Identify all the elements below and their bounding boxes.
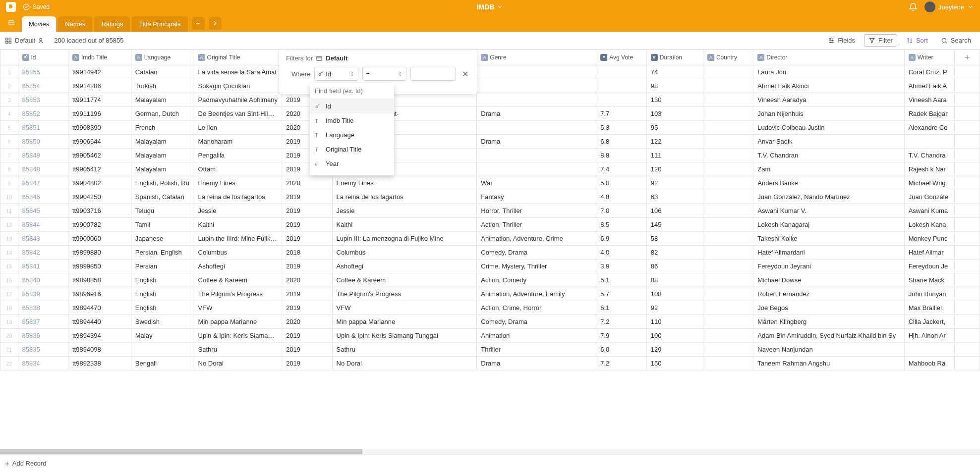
cell[interactable]: The Pilgrim's Progress bbox=[332, 287, 477, 301]
cell[interactable]: Coffee & Kareem bbox=[194, 273, 282, 287]
cell[interactable]: Telugu bbox=[131, 204, 194, 218]
cell[interactable]: 85851 bbox=[18, 121, 68, 135]
table-row[interactable]: 1985837tt9894440SwedishMin pappa Mariann… bbox=[0, 315, 980, 329]
cell[interactable]: 92 bbox=[646, 301, 703, 315]
cell[interactable]: 7.2 bbox=[596, 357, 646, 370]
table-row[interactable]: 2185835tt9894098Sathru2019SathruThriller… bbox=[0, 343, 980, 357]
cell[interactable]: tt9904250 bbox=[68, 190, 131, 204]
column-header[interactable]: Id bbox=[18, 50, 68, 65]
column-header[interactable]: AGenre bbox=[477, 50, 596, 65]
cell[interactable] bbox=[703, 287, 753, 301]
cell[interactable]: Comedy, Drama bbox=[477, 315, 596, 329]
cell[interactable]: The Pilgrim's Progress bbox=[194, 287, 282, 301]
table-tab[interactable]: Movies bbox=[22, 16, 56, 32]
cell[interactable]: Malayalam bbox=[131, 93, 194, 107]
cell[interactable]: 85849 bbox=[18, 149, 68, 162]
cell[interactable]: Malayalam bbox=[131, 135, 194, 149]
cell[interactable]: Persian bbox=[131, 260, 194, 273]
cell[interactable]: 85854 bbox=[18, 79, 68, 93]
field-option[interactable]: TImdb Title bbox=[310, 113, 394, 128]
cell[interactable]: 5.7 bbox=[596, 287, 646, 301]
table-row[interactable]: 485852tt9911196German, DutchDe Beentjes … bbox=[0, 107, 980, 121]
cell[interactable]: Fereydoun Jeyrani bbox=[753, 260, 904, 273]
bell-icon[interactable] bbox=[909, 2, 918, 11]
data-grid[interactable]: IdAImdb TitleALanguageAOriginal Title#Ye… bbox=[0, 50, 980, 454]
workspace-title[interactable]: IMDB bbox=[477, 3, 504, 11]
cell[interactable]: Le lion bbox=[194, 121, 282, 135]
cell[interactable]: Joe Begos bbox=[753, 301, 904, 315]
cell[interactable] bbox=[703, 246, 753, 260]
cell[interactable]: Anvar Sadik bbox=[753, 135, 904, 149]
cell[interactable]: Action, Comedy bbox=[477, 273, 596, 287]
cell[interactable]: Lokesh Kana bbox=[904, 218, 954, 232]
column-header[interactable]: AOriginal Title bbox=[194, 50, 282, 65]
cell[interactable]: English bbox=[131, 273, 194, 287]
cell[interactable]: 2020 bbox=[282, 273, 332, 287]
cell[interactable]: tt9914286 bbox=[68, 79, 131, 93]
cell[interactable]: VFW bbox=[194, 301, 282, 315]
cell[interactable]: Rajesh k Nar bbox=[904, 162, 954, 176]
cell[interactable]: 82 bbox=[646, 246, 703, 260]
column-header[interactable]: ACountry bbox=[703, 50, 753, 65]
cell[interactable] bbox=[703, 218, 753, 232]
cell[interactable]: 85843 bbox=[18, 232, 68, 246]
cell[interactable]: Ludovic Colbeau-Justin bbox=[753, 121, 904, 135]
cell[interactable]: De Beentjes van Sint-Hildeg bbox=[194, 107, 282, 121]
column-header[interactable]: ADirector bbox=[753, 50, 904, 65]
user-menu[interactable]: Joeylene bbox=[924, 1, 974, 12]
cell[interactable] bbox=[703, 232, 753, 246]
cell[interactable]: Lupin the IIIrd: Mine Fujiko n bbox=[194, 232, 282, 246]
cell[interactable]: Monkey Punc bbox=[904, 232, 954, 246]
cell[interactable]: French bbox=[131, 121, 194, 135]
app-logo[interactable] bbox=[6, 2, 16, 12]
cell[interactable]: Min pappa Marianne bbox=[194, 315, 282, 329]
cell[interactable]: La vida sense la Sara Amat bbox=[194, 65, 282, 79]
cell[interactable]: Hjh. Ainon Ar bbox=[904, 329, 954, 343]
cell[interactable]: 2019 bbox=[282, 260, 332, 273]
cell[interactable]: 7.9 bbox=[596, 329, 646, 343]
cell[interactable]: 7.0 bbox=[596, 204, 646, 218]
cell[interactable] bbox=[477, 149, 596, 162]
cell[interactable]: Ashoftegi bbox=[332, 260, 477, 273]
cell[interactable]: 85855 bbox=[18, 65, 68, 79]
cell[interactable]: Ottam bbox=[194, 162, 282, 176]
cell[interactable]: 58 bbox=[646, 232, 703, 246]
cell[interactable]: Malay bbox=[131, 329, 194, 343]
cell[interactable]: Horror, Thriller bbox=[477, 204, 596, 218]
cell[interactable]: Sathru bbox=[194, 343, 282, 357]
cell[interactable]: English bbox=[131, 287, 194, 301]
cell[interactable] bbox=[703, 176, 753, 190]
table-row[interactable]: 1085846tt9904250Spanish, CatalanLa reina… bbox=[0, 190, 980, 204]
cell[interactable]: 63 bbox=[646, 190, 703, 204]
cell[interactable]: tt9899850 bbox=[68, 260, 131, 273]
cell[interactable] bbox=[703, 121, 753, 135]
cell[interactable]: Radek Bajgar bbox=[904, 107, 954, 121]
cell[interactable]: Laura Jou bbox=[753, 65, 904, 79]
cell[interactable]: Taneem Rahman Angshu bbox=[753, 357, 904, 370]
cell[interactable] bbox=[703, 149, 753, 162]
cell[interactable] bbox=[703, 135, 753, 149]
cell[interactable]: VFW bbox=[332, 301, 477, 315]
cell[interactable]: La reina de los lagartos bbox=[194, 190, 282, 204]
cell[interactable]: Coral Cruz, P bbox=[904, 65, 954, 79]
filter-operator-select[interactable]: = bbox=[362, 67, 406, 81]
cell[interactable]: tt9905412 bbox=[68, 162, 131, 176]
cell[interactable]: 3.9 bbox=[596, 260, 646, 273]
cell[interactable] bbox=[703, 107, 753, 121]
cell[interactable]: Adam Bin Amiruddin, Syed Nurfaiz Khalid … bbox=[753, 329, 904, 343]
cell[interactable]: Min pappa Marianne bbox=[332, 315, 477, 329]
table-row[interactable]: 2085836tt9894394MalayUpin & Ipin: Keris … bbox=[0, 329, 980, 343]
field-search-input[interactable] bbox=[310, 83, 394, 99]
cell[interactable]: 2018 bbox=[282, 246, 332, 260]
add-table-button[interactable]: + bbox=[192, 17, 205, 30]
table-row[interactable]: 385853tt9911774MalayalamPadmavyuhathile … bbox=[0, 93, 980, 107]
column-header[interactable]: AWriter bbox=[904, 50, 954, 65]
cell[interactable] bbox=[477, 65, 596, 79]
cell[interactable]: tt9894394 bbox=[68, 329, 131, 343]
cell[interactable]: 88 bbox=[646, 273, 703, 287]
cell[interactable]: 85841 bbox=[18, 260, 68, 273]
cell[interactable]: 2019 bbox=[282, 232, 332, 246]
sort-button[interactable]: Sort bbox=[902, 35, 932, 46]
cell[interactable]: 5.3 bbox=[596, 121, 646, 135]
table-tab[interactable]: Names bbox=[58, 16, 92, 32]
